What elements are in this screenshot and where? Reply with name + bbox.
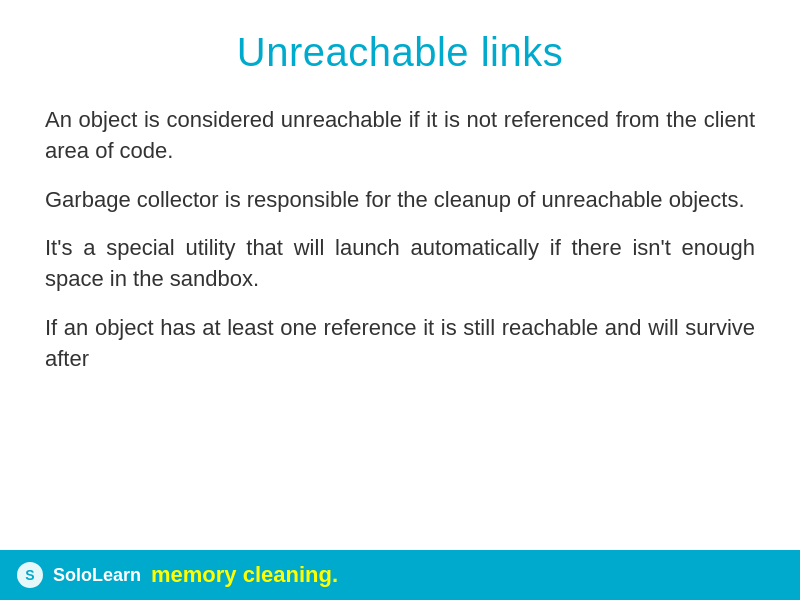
sololearn-logo-icon: S — [15, 560, 45, 590]
paragraph-3: It's a special utility that will launch … — [45, 233, 755, 295]
bottom-continuation-text: memory cleaning. — [151, 562, 338, 588]
slide-title: Unreachable links — [40, 30, 760, 75]
content-area: An object is considered unreachable if i… — [0, 95, 800, 600]
slide-container: Unreachable links An object is considere… — [0, 0, 800, 600]
logo-area: S SoloLearn — [15, 560, 141, 590]
svg-text:S: S — [25, 567, 34, 583]
bottom-bar: S SoloLearn memory cleaning. — [0, 550, 800, 600]
title-area: Unreachable links — [0, 0, 800, 95]
paragraph-1: An object is considered unreachable if i… — [45, 105, 755, 167]
logo-text: SoloLearn — [53, 565, 141, 586]
paragraph-2: Garbage collector is responsible for the… — [45, 185, 755, 216]
paragraph-4: If an object has at least one reference … — [45, 313, 755, 375]
